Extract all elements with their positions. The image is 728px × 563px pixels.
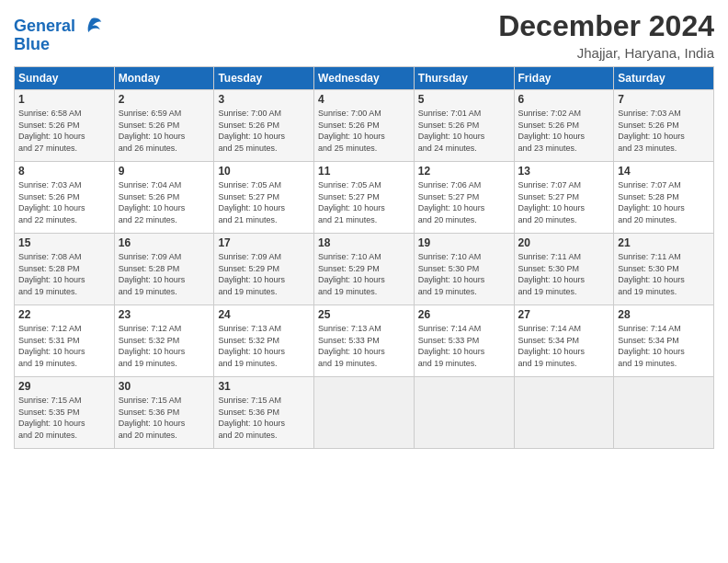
day-number: 31	[218, 380, 310, 393]
day-number: 23	[119, 308, 210, 321]
calendar-row: 29Sunrise: 7:15 AMSunset: 5:35 PMDayligh…	[15, 377, 714, 449]
calendar-row: 8Sunrise: 7:03 AMSunset: 5:26 PMDaylight…	[15, 162, 714, 234]
table-row: 7Sunrise: 7:03 AMSunset: 5:26 PMDaylight…	[614, 90, 714, 162]
table-row: 28Sunrise: 7:14 AMSunset: 5:34 PMDayligh…	[614, 305, 714, 377]
table-row: 13Sunrise: 7:07 AMSunset: 5:27 PMDayligh…	[514, 162, 614, 234]
day-info: Sunrise: 7:03 AMSunset: 5:26 PMDaylight:…	[618, 108, 710, 154]
day-info: Sunrise: 7:12 AMSunset: 5:31 PMDaylight:…	[18, 323, 110, 369]
day-number: 2	[119, 93, 210, 106]
table-row: 23Sunrise: 7:12 AMSunset: 5:32 PMDayligh…	[114, 305, 214, 377]
calendar-row: 1Sunrise: 6:58 AMSunset: 5:26 PMDaylight…	[15, 90, 714, 162]
day-number: 20	[518, 236, 610, 249]
table-row: 5Sunrise: 7:01 AMSunset: 5:26 PMDaylight…	[414, 90, 514, 162]
calendar-container: General Blue December 2024 Jhajjar, Hary…	[0, 0, 728, 458]
day-number: 30	[119, 380, 210, 393]
logo-general: General	[14, 17, 75, 35]
day-number: 22	[18, 308, 110, 321]
day-number: 17	[218, 236, 310, 249]
col-sunday: Sunday	[15, 67, 115, 90]
day-info: Sunrise: 7:07 AMSunset: 5:27 PMDaylight:…	[518, 179, 610, 225]
logo-bird-icon	[78, 13, 104, 39]
day-number: 21	[618, 236, 710, 249]
day-info: Sunrise: 7:07 AMSunset: 5:28 PMDaylight:…	[618, 179, 710, 225]
day-number: 10	[218, 165, 310, 178]
day-number: 4	[318, 93, 410, 106]
day-info: Sunrise: 7:01 AMSunset: 5:26 PMDaylight:…	[418, 108, 510, 154]
day-info: Sunrise: 7:13 AMSunset: 5:32 PMDaylight:…	[218, 323, 310, 369]
table-row: 8Sunrise: 7:03 AMSunset: 5:26 PMDaylight…	[15, 162, 115, 234]
day-number: 15	[18, 236, 110, 249]
col-friday: Friday	[514, 67, 614, 90]
col-wednesday: Wednesday	[314, 67, 415, 90]
header: General Blue December 2024 Jhajjar, Hary…	[14, 9, 714, 61]
day-info: Sunrise: 7:15 AMSunset: 5:36 PMDaylight:…	[119, 395, 210, 441]
table-row: 18Sunrise: 7:10 AMSunset: 5:29 PMDayligh…	[314, 234, 415, 305]
table-row: 30Sunrise: 7:15 AMSunset: 5:36 PMDayligh…	[114, 377, 214, 449]
title-block: December 2024 Jhajjar, Haryana, India	[498, 9, 714, 61]
day-number: 16	[119, 236, 210, 249]
day-info: Sunrise: 7:08 AMSunset: 5:28 PMDaylight:…	[18, 251, 110, 297]
col-monday: Monday	[114, 67, 214, 90]
day-number: 29	[18, 380, 110, 393]
day-info: Sunrise: 7:05 AMSunset: 5:27 PMDaylight:…	[318, 179, 410, 225]
calendar-row: 22Sunrise: 7:12 AMSunset: 5:31 PMDayligh…	[15, 305, 714, 377]
day-info: Sunrise: 7:15 AMSunset: 5:35 PMDaylight:…	[18, 395, 110, 441]
day-info: Sunrise: 7:00 AMSunset: 5:26 PMDaylight:…	[218, 108, 310, 154]
day-info: Sunrise: 7:09 AMSunset: 5:28 PMDaylight:…	[119, 251, 210, 297]
day-info: Sunrise: 7:14 AMSunset: 5:33 PMDaylight:…	[418, 323, 510, 369]
day-info: Sunrise: 7:10 AMSunset: 5:30 PMDaylight:…	[418, 251, 510, 297]
table-row: 2Sunrise: 6:59 AMSunset: 5:26 PMDaylight…	[114, 90, 214, 162]
table-row: 1Sunrise: 6:58 AMSunset: 5:26 PMDaylight…	[15, 90, 115, 162]
day-info: Sunrise: 6:58 AMSunset: 5:26 PMDaylight:…	[18, 108, 110, 154]
table-row: 31Sunrise: 7:15 AMSunset: 5:36 PMDayligh…	[214, 377, 314, 449]
col-thursday: Thursday	[414, 67, 514, 90]
month-year-title: December 2024	[498, 9, 714, 43]
day-info: Sunrise: 7:03 AMSunset: 5:26 PMDaylight:…	[18, 179, 110, 225]
day-info: Sunrise: 7:06 AMSunset: 5:27 PMDaylight:…	[418, 179, 510, 225]
table-row: 16Sunrise: 7:09 AMSunset: 5:28 PMDayligh…	[114, 234, 214, 305]
table-row: 11Sunrise: 7:05 AMSunset: 5:27 PMDayligh…	[314, 162, 415, 234]
day-info: Sunrise: 7:11 AMSunset: 5:30 PMDaylight:…	[618, 251, 710, 297]
calendar-row: 15Sunrise: 7:08 AMSunset: 5:28 PMDayligh…	[15, 234, 714, 305]
table-row: 14Sunrise: 7:07 AMSunset: 5:28 PMDayligh…	[614, 162, 714, 234]
location-subtitle: Jhajjar, Haryana, India	[498, 45, 714, 61]
table-row: 6Sunrise: 7:02 AMSunset: 5:26 PMDaylight…	[514, 90, 614, 162]
table-row: 26Sunrise: 7:14 AMSunset: 5:33 PMDayligh…	[414, 305, 514, 377]
day-info: Sunrise: 7:12 AMSunset: 5:32 PMDaylight:…	[119, 323, 210, 369]
day-number: 28	[618, 308, 710, 321]
table-row: 27Sunrise: 7:14 AMSunset: 5:34 PMDayligh…	[514, 305, 614, 377]
table-row: 15Sunrise: 7:08 AMSunset: 5:28 PMDayligh…	[15, 234, 115, 305]
day-number: 14	[618, 165, 710, 178]
day-number: 24	[218, 308, 310, 321]
day-number: 19	[418, 236, 510, 249]
day-number: 8	[18, 165, 110, 178]
day-info: Sunrise: 7:14 AMSunset: 5:34 PMDaylight:…	[518, 323, 610, 369]
col-tuesday: Tuesday	[214, 67, 314, 90]
day-info: Sunrise: 7:15 AMSunset: 5:36 PMDaylight:…	[218, 395, 310, 441]
day-number: 27	[518, 308, 610, 321]
table-row: 9Sunrise: 7:04 AMSunset: 5:26 PMDaylight…	[114, 162, 214, 234]
logo: General Blue	[14, 13, 104, 54]
table-row: 3Sunrise: 7:00 AMSunset: 5:26 PMDaylight…	[214, 90, 314, 162]
day-number: 9	[119, 165, 210, 178]
day-info: Sunrise: 7:05 AMSunset: 5:27 PMDaylight:…	[218, 179, 310, 225]
day-info: Sunrise: 7:13 AMSunset: 5:33 PMDaylight:…	[318, 323, 410, 369]
day-number: 6	[518, 93, 610, 106]
table-row: 24Sunrise: 7:13 AMSunset: 5:32 PMDayligh…	[214, 305, 314, 377]
day-info: Sunrise: 7:04 AMSunset: 5:26 PMDaylight:…	[119, 179, 210, 225]
table-row: 29Sunrise: 7:15 AMSunset: 5:35 PMDayligh…	[15, 377, 115, 449]
day-info: Sunrise: 7:02 AMSunset: 5:26 PMDaylight:…	[518, 108, 610, 154]
day-number: 13	[518, 165, 610, 178]
calendar-table: Sunday Monday Tuesday Wednesday Thursday…	[14, 66, 714, 449]
calendar-header-row: Sunday Monday Tuesday Wednesday Thursday…	[15, 67, 714, 90]
day-info: Sunrise: 7:14 AMSunset: 5:34 PMDaylight:…	[618, 323, 710, 369]
table-row	[614, 377, 714, 449]
day-number: 25	[318, 308, 410, 321]
table-row: 10Sunrise: 7:05 AMSunset: 5:27 PMDayligh…	[214, 162, 314, 234]
day-number: 26	[418, 308, 510, 321]
day-info: Sunrise: 6:59 AMSunset: 5:26 PMDaylight:…	[119, 108, 210, 154]
day-number: 18	[318, 236, 410, 249]
table-row: 21Sunrise: 7:11 AMSunset: 5:30 PMDayligh…	[614, 234, 714, 305]
table-row	[414, 377, 514, 449]
table-row	[314, 377, 415, 449]
